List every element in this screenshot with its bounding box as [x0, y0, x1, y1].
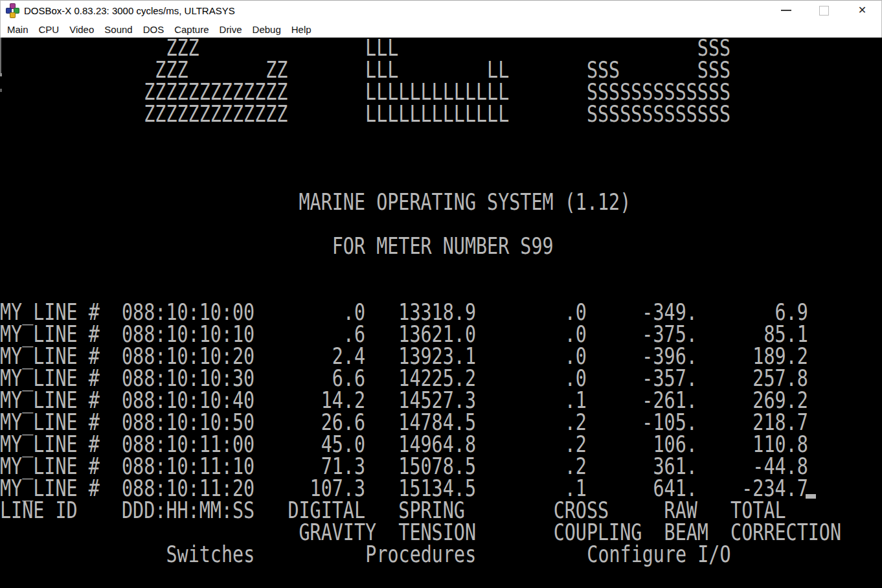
menu-item-help[interactable]: Help: [286, 24, 317, 35]
text-cursor: [806, 494, 816, 499]
menu-item-video[interactable]: Video: [64, 24, 99, 35]
dosbox-app-icon: [5, 3, 20, 18]
window-chrome: DOSBox-X 0.83.23: 3000 cycles/ms, ULTRAS…: [0, 0, 882, 38]
footer-item-switches[interactable]: Switches: [166, 541, 255, 568]
menu-item-cpu[interactable]: CPU: [34, 24, 65, 35]
footer-item-configure-i-o[interactable]: Configure I/O: [587, 541, 730, 568]
minimize-button[interactable]: [767, 1, 805, 20]
minimize-icon: [781, 10, 791, 11]
menu-item-main[interactable]: Main: [2, 24, 34, 35]
left-edge-artifact-dot: [0, 73, 2, 76]
menu-item-debug[interactable]: Debug: [247, 24, 286, 35]
menu-item-capture[interactable]: Capture: [169, 24, 214, 35]
menu-bar: MainCPUVideoSoundDOSCaptureDriveDebugHel…: [1, 20, 881, 38]
maximize-button[interactable]: [805, 1, 843, 20]
left-edge-artifact-dot: [0, 89, 2, 92]
close-button[interactable]: ✕: [843, 1, 881, 20]
titlebar[interactable]: DOSBox-X 0.83.23: 3000 cycles/ms, ULTRAS…: [1, 1, 881, 20]
left-edge-artifact: [0, 38, 1, 75]
footer-item-procedures[interactable]: Procedures: [365, 541, 476, 568]
terminal-text: ZZZ LLL SSS ZZZ ZZ LLL LL SSS SSS ZZZZZZ…: [0, 38, 882, 588]
window-controls: ✕: [767, 1, 881, 20]
menu-item-dos[interactable]: DOS: [138, 24, 170, 35]
menu-item-drive[interactable]: Drive: [214, 24, 247, 35]
icon-cube-bottom: [10, 12, 16, 18]
close-icon: ✕: [858, 5, 866, 16]
dos-screen: ZZZ LLL SSS ZZZ ZZ LLL LL SSS SSS ZZZZZZ…: [0, 38, 882, 588]
menu-item-sound[interactable]: Sound: [99, 24, 137, 35]
maximize-icon: [819, 6, 829, 16]
dosbox-window: DOSBox-X 0.83.23: 3000 cycles/ms, ULTRAS…: [0, 0, 882, 588]
window-title: DOSBox-X 0.83.23: 3000 cycles/ms, ULTRAS…: [24, 5, 235, 16]
